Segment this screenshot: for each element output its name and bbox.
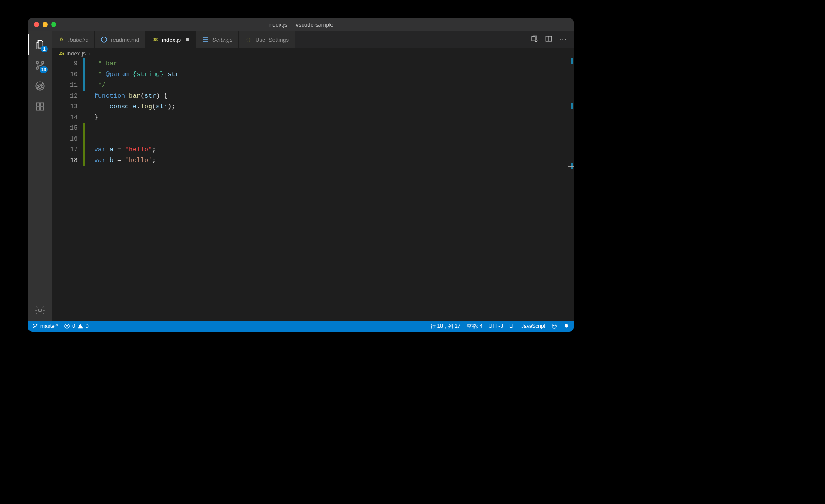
app-window: index.js — vscode-sample 1 13 xyxy=(28,18,574,332)
window-minimize-button[interactable] xyxy=(43,22,48,27)
svg-point-9 xyxy=(39,309,42,312)
tab-user-settings[interactable]: { }User Settings xyxy=(239,31,295,48)
line-number: 15 xyxy=(52,123,78,134)
breadcrumb-separator: › xyxy=(88,50,90,57)
tab-readme-md[interactable]: readme.md xyxy=(95,31,146,48)
window-close-button[interactable] xyxy=(34,22,39,27)
activity-debug[interactable] xyxy=(28,76,52,96)
line-number: 11 xyxy=(52,80,78,91)
activity-source-control[interactable]: 13 xyxy=(28,55,52,76)
activity-settings[interactable] xyxy=(28,300,52,321)
code-line[interactable] xyxy=(94,134,568,144)
editor-region: б.babelrcreadme.mdJSindex.jsSettings{ }U… xyxy=(52,31,574,321)
settings-lines-icon xyxy=(202,36,209,43)
explorer-badge: 1 xyxy=(41,46,48,52)
line-number: 13 xyxy=(52,101,78,112)
code-line[interactable]: */ xyxy=(94,80,568,91)
js-file-icon: JS xyxy=(152,36,159,43)
status-indent[interactable]: 空格: 4 xyxy=(467,323,483,330)
warning-count: 0 xyxy=(86,323,89,329)
status-encoding[interactable]: UTF-8 xyxy=(489,323,503,329)
error-icon xyxy=(64,323,70,329)
svg-point-16 xyxy=(36,324,37,325)
line-number: 16 xyxy=(52,134,78,144)
status-feedback[interactable] xyxy=(551,323,557,329)
titlebar: index.js — vscode-sample xyxy=(28,18,574,31)
breadcrumb-file: index.js xyxy=(67,50,86,57)
activity-bar: 1 13 xyxy=(28,31,52,321)
warning-icon xyxy=(77,323,83,329)
tab-label: Settings xyxy=(212,37,232,43)
more-actions-icon[interactable]: ··· xyxy=(559,36,568,43)
code-line[interactable]: console.log(str); xyxy=(94,101,568,112)
line-number-gutter: 9101112131415161718 xyxy=(52,58,82,321)
info-icon xyxy=(101,36,107,43)
code-content[interactable]: * bar * @param {string} str */function b… xyxy=(82,58,568,321)
code-line[interactable]: var a = "hello"; xyxy=(94,144,568,155)
bell-icon xyxy=(563,323,569,329)
tab-label: User Settings xyxy=(255,37,289,43)
code-line[interactable]: } xyxy=(94,112,568,123)
svg-rect-5 xyxy=(36,103,40,106)
tab-bar: б.babelrcreadme.mdJSindex.jsSettings{ }U… xyxy=(52,31,574,48)
dirty-indicator-icon xyxy=(186,38,189,41)
tab-label: readme.md xyxy=(111,37,139,43)
status-problems[interactable]: 0 0 xyxy=(64,323,88,329)
line-number: 9 xyxy=(52,58,78,69)
smiley-icon xyxy=(551,323,557,329)
line-number: 14 xyxy=(52,112,78,123)
js-file-icon: JS xyxy=(59,51,64,56)
babel-icon: б xyxy=(58,36,65,43)
tab-actions: ··· xyxy=(524,31,574,48)
tab-label: .babelrc xyxy=(68,37,88,43)
svg-rect-7 xyxy=(40,107,44,110)
svg-point-18 xyxy=(552,324,557,329)
overview-ruler[interactable] xyxy=(568,58,574,321)
line-number: 12 xyxy=(52,91,78,101)
status-eol[interactable]: LF xyxy=(509,323,515,329)
no-bug-icon xyxy=(34,80,46,92)
tab-settings[interactable]: Settings xyxy=(196,31,239,48)
svg-point-14 xyxy=(33,324,34,325)
error-count: 0 xyxy=(72,323,75,329)
line-number: 18 xyxy=(52,155,78,166)
traffic-lights xyxy=(28,22,56,27)
svg-rect-8 xyxy=(40,103,44,106)
window-zoom-button[interactable] xyxy=(51,22,56,27)
tab-index-js[interactable]: JSindex.js xyxy=(146,31,196,48)
status-language[interactable]: JavaScript xyxy=(521,323,545,329)
line-number: 17 xyxy=(52,144,78,155)
code-line[interactable] xyxy=(94,123,568,134)
line-number: 10 xyxy=(52,69,78,80)
code-editor[interactable]: 9101112131415161718 * bar * @param {stri… xyxy=(52,58,574,321)
svg-point-2 xyxy=(42,61,44,64)
window-title: index.js — vscode-sample xyxy=(28,21,574,28)
git-branch-icon xyxy=(32,323,38,329)
ruler-change-mark xyxy=(571,103,573,109)
svg-point-15 xyxy=(33,327,34,328)
breadcrumb[interactable]: JS index.js › ... xyxy=(52,48,574,58)
breadcrumb-rest: ... xyxy=(93,50,98,57)
ruler-change-mark xyxy=(571,58,573,64)
extensions-icon xyxy=(34,101,46,112)
ruler-cursor-mark xyxy=(568,166,574,167)
code-line[interactable]: function bar(str) { xyxy=(94,91,568,101)
code-line[interactable]: var b = 'hello'; xyxy=(94,155,568,166)
tab--babelrc[interactable]: б.babelrc xyxy=(52,31,95,48)
activity-extensions[interactable] xyxy=(28,96,52,117)
status-branch[interactable]: master* xyxy=(32,323,58,329)
activity-explorer[interactable]: 1 xyxy=(28,34,52,55)
code-line[interactable]: * bar xyxy=(94,58,568,69)
braces-icon: { } xyxy=(245,36,252,43)
svg-point-0 xyxy=(36,61,38,64)
svg-point-1 xyxy=(36,67,38,69)
scm-badge: 13 xyxy=(40,66,48,73)
split-editor-icon[interactable] xyxy=(545,35,553,44)
svg-point-19 xyxy=(553,325,554,326)
open-changes-icon[interactable] xyxy=(530,35,538,44)
svg-rect-6 xyxy=(36,107,40,110)
status-notifications[interactable] xyxy=(563,323,569,329)
gear-icon xyxy=(34,305,46,316)
code-line[interactable]: * @param {string} str xyxy=(94,69,568,80)
status-cursor-position[interactable]: 行 18，列 17 xyxy=(431,323,460,330)
